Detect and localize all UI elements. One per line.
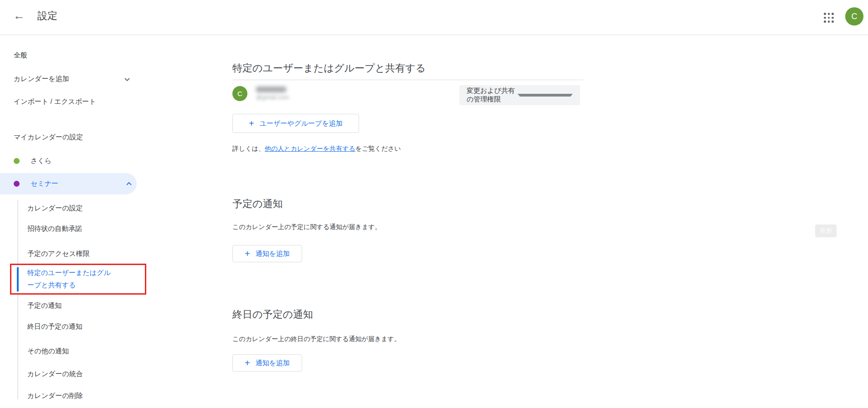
allday-notifications-description: このカレンダー上の終日の予定に関する通知が届きます。 [232, 335, 401, 343]
settings-content: 特定のユーザーまたはグループと共有する C @gmail.com 変更および共有… [0, 36, 868, 408]
shared-user-name-blurred [256, 87, 286, 92]
help-suffix: をご覧ください [355, 145, 401, 152]
shared-user-avatar: C [232, 86, 247, 101]
share-help-text: 詳しくは、他の人とカレンダーを共有するをご覧ください [232, 145, 401, 153]
plus-icon: + [249, 119, 254, 128]
settings-page: ← 設定 C 全般 カレンダーを追加 インポート / エクスポート マイカレンダ… [0, 0, 868, 408]
top-bar: ← 設定 C [0, 0, 868, 35]
permission-dropdown-value: 変更および共有の管理権限 [467, 87, 518, 104]
add-allday-notification-button-label: 通知を追加 [256, 359, 290, 367]
apps-grid-icon[interactable] [823, 12, 835, 24]
event-notifications-description: このカレンダー上の予定に関する通知が届きます。 [232, 223, 381, 231]
event-notifications-title: 予定の通知 [232, 197, 283, 211]
allday-notifications-title: 終日の予定の通知 [232, 308, 313, 321]
account-avatar[interactable]: C [845, 7, 863, 26]
share-help-link[interactable]: 他の人とカレンダーを共有する [265, 145, 355, 152]
plus-icon: + [245, 249, 250, 258]
section-divider [232, 80, 583, 80]
share-section-title: 特定のユーザーまたはグループと共有する [232, 61, 426, 75]
shared-user-email-blurred: @gmail.com [256, 94, 324, 101]
add-allday-notification-button[interactable]: + 通知を追加 [232, 354, 302, 372]
page-title: 設定 [37, 9, 57, 23]
add-notification-button-label: 通知を追加 [256, 250, 290, 258]
back-arrow-icon[interactable]: ← [11, 7, 27, 24]
plus-icon: + [245, 358, 250, 367]
add-people-button[interactable]: + ユーザーやグループを追加 [232, 114, 359, 133]
dropdown-caret-icon [518, 94, 573, 97]
permission-dropdown[interactable]: 変更および共有の管理権限 [459, 85, 580, 105]
help-prefix: 詳しくは、 [232, 145, 265, 152]
rectangle-tool-badge: 矩形 [815, 224, 837, 237]
add-notification-button[interactable]: + 通知を追加 [232, 245, 302, 262]
add-people-button-label: ユーザーやグループを追加 [260, 119, 343, 128]
